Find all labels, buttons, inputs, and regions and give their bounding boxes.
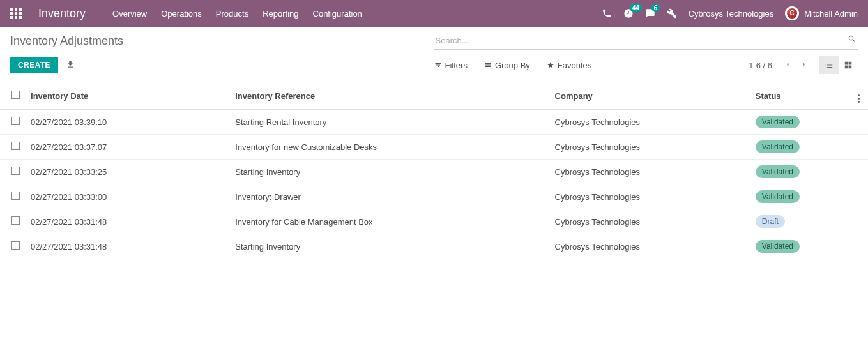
messages-icon[interactable]: 6 xyxy=(645,8,655,19)
cp-right: 1-6 / 6 xyxy=(749,56,858,74)
status-badge: Validated xyxy=(756,190,800,203)
cell-company: Cybrosys Technologies xyxy=(550,234,750,259)
company-selector[interactable]: Cybrosys Technologies xyxy=(689,9,773,19)
nav-menu: Overview Operations Products Reporting C… xyxy=(112,9,362,19)
nav-reporting[interactable]: Reporting xyxy=(263,9,298,19)
status-badge: Validated xyxy=(756,240,800,253)
cell-status: Validated xyxy=(750,234,853,259)
filters-label: Filters xyxy=(445,61,468,70)
cell-ref: Starting Rental Inventory xyxy=(230,110,549,135)
cell-date: 02/27/2021 03:31:48 xyxy=(26,234,230,259)
col-ref-header[interactable]: Inventory Reference xyxy=(230,82,549,110)
cell-company: Cybrosys Technologies xyxy=(550,184,750,209)
groupby-label: Group By xyxy=(495,61,530,70)
list-view-button[interactable] xyxy=(819,56,839,74)
table-row[interactable]: 02/27/2021 03:33:25Starting InventoryCyb… xyxy=(0,160,868,184)
messages-badge: 6 xyxy=(651,4,660,12)
user-name: Mitchell Admin xyxy=(804,9,858,19)
cell-ref: Inventory for new Customizable Desks xyxy=(230,135,549,160)
cell-status: Validated xyxy=(750,160,853,184)
status-badge: Draft xyxy=(756,215,785,228)
navbar-right: 44 6 Cybrosys Technologies Mitchell Admi… xyxy=(602,6,858,20)
cell-company: Cybrosys Technologies xyxy=(550,135,750,160)
filters-button[interactable]: Filters xyxy=(434,61,468,70)
top-navbar: Inventory Overview Operations Products R… xyxy=(0,0,868,27)
column-options-icon[interactable] xyxy=(858,94,860,103)
status-badge: Validated xyxy=(756,116,800,128)
cp-mid: Filters Group By Favorites 1-6 / 6 xyxy=(434,56,858,74)
activities-icon[interactable]: 44 xyxy=(623,8,634,19)
col-status-header[interactable]: Status xyxy=(750,82,853,110)
table-row[interactable]: 02/27/2021 03:37:07Inventory for new Cus… xyxy=(0,135,868,160)
cell-date: 02/27/2021 03:37:07 xyxy=(26,135,230,160)
row-checkbox[interactable] xyxy=(11,216,20,225)
cp-left: CREATE xyxy=(10,57,75,73)
pager-prev[interactable] xyxy=(781,58,794,73)
cell-status: Validated xyxy=(750,110,853,135)
favorites-label: Favorites xyxy=(558,61,591,70)
row-checkbox[interactable] xyxy=(11,142,20,150)
user-menu[interactable]: Mitchell Admin xyxy=(785,6,858,20)
kanban-view-button[interactable] xyxy=(839,56,858,74)
pager-next[interactable] xyxy=(798,58,811,73)
cell-ref: Inventory for Cable Management Box xyxy=(230,209,549,234)
cp-top: Inventory Adjustments xyxy=(0,27,868,50)
cell-ref: Inventory: Drawer xyxy=(230,184,549,209)
brand-title[interactable]: Inventory xyxy=(38,7,86,20)
debug-icon[interactable] xyxy=(667,8,677,19)
row-checkbox[interactable] xyxy=(11,241,20,250)
cell-company: Cybrosys Technologies xyxy=(550,110,750,135)
search-input[interactable] xyxy=(434,32,858,49)
view-switch xyxy=(819,56,858,74)
table-row[interactable]: 02/27/2021 03:39:10Starting Rental Inven… xyxy=(0,110,868,135)
table-header-row: Inventory Date Inventory Reference Compa… xyxy=(0,82,868,110)
cell-date: 02/27/2021 03:31:48 xyxy=(26,209,230,234)
groupby-button[interactable]: Group By xyxy=(484,61,530,70)
table-row[interactable]: 02/27/2021 03:31:48Inventory for Cable M… xyxy=(0,209,868,234)
nav-products[interactable]: Products xyxy=(216,9,248,19)
inventory-table: Inventory Date Inventory Reference Compa… xyxy=(0,82,868,259)
cell-date: 02/27/2021 03:33:25 xyxy=(26,160,230,184)
pager-nav xyxy=(781,58,811,73)
cell-status: Draft xyxy=(750,209,853,234)
col-company-header[interactable]: Company xyxy=(550,82,750,110)
row-checkbox[interactable] xyxy=(11,117,20,125)
table-row[interactable]: 02/27/2021 03:31:48Starting InventoryCyb… xyxy=(0,234,868,259)
nav-configuration[interactable]: Configuration xyxy=(313,9,362,19)
cell-ref: Starting Inventory xyxy=(230,234,549,259)
favorites-button[interactable]: Favorites xyxy=(547,61,591,70)
pager-text[interactable]: 1-6 / 6 xyxy=(749,61,772,70)
navbar-left: Inventory Overview Operations Products R… xyxy=(10,7,362,20)
phone-icon[interactable] xyxy=(602,8,612,19)
select-all-checkbox[interactable] xyxy=(11,91,20,99)
status-badge: Validated xyxy=(756,165,800,178)
status-badge: Validated xyxy=(756,140,800,153)
cp-bottom: CREATE Filters Group By Favorites 1-6 / … xyxy=(0,50,868,82)
row-checkbox[interactable] xyxy=(11,167,20,175)
row-checkbox[interactable] xyxy=(11,192,20,200)
cell-date: 02/27/2021 03:33:00 xyxy=(26,184,230,209)
create-button[interactable]: CREATE xyxy=(10,57,58,73)
cell-company: Cybrosys Technologies xyxy=(550,209,750,234)
cell-status: Validated xyxy=(750,184,853,209)
table-row[interactable]: 02/27/2021 03:33:00Inventory: DrawerCybr… xyxy=(0,184,868,209)
search-wrap xyxy=(434,32,858,50)
activities-badge: 44 xyxy=(630,4,642,12)
search-icon[interactable] xyxy=(848,34,857,45)
cell-ref: Starting Inventory xyxy=(230,160,549,184)
page-title: Inventory Adjustments xyxy=(10,34,123,48)
cell-date: 02/27/2021 03:39:10 xyxy=(26,110,230,135)
cell-company: Cybrosys Technologies xyxy=(550,160,750,184)
nav-overview[interactable]: Overview xyxy=(112,9,147,19)
cell-status: Validated xyxy=(750,135,853,160)
avatar xyxy=(785,6,799,20)
import-button[interactable] xyxy=(66,60,75,71)
col-date-header[interactable]: Inventory Date xyxy=(26,82,230,110)
nav-operations[interactable]: Operations xyxy=(161,9,202,19)
control-panel: Inventory Adjustments CREATE Filters Gro… xyxy=(0,27,868,82)
apps-icon[interactable] xyxy=(10,8,22,19)
